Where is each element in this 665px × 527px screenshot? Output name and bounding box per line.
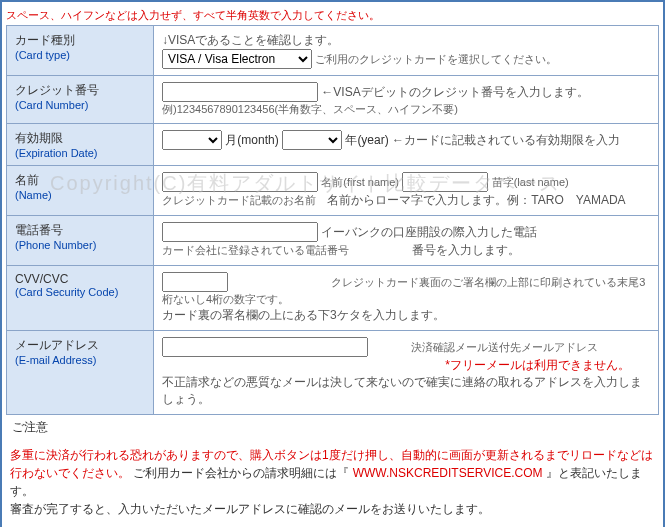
notice-line2a: ご利用カード会社からの請求明細には『 <box>133 466 352 480</box>
label-en: (Expiration Date) <box>15 147 145 159</box>
cvv-input[interactable] <box>162 272 228 292</box>
hint-email-right: 決済確認メール送付先メールアドレス <box>411 341 598 353</box>
label-en: (Name) <box>15 189 145 201</box>
anno-email: 不正請求などの悪質なメールは決して来ないので確実に連絡の取れるアドレスを入力しま… <box>162 374 650 408</box>
label-jp: カード種別 <box>15 32 145 49</box>
first-name-label: 名前(first name) <box>321 176 399 188</box>
last-name-label: 苗字(last name) <box>492 176 569 188</box>
card-type-hint: ご利用のクレジットカードを選択してください。 <box>315 53 557 65</box>
hint-phone: カード会社に登録されている電話番号 <box>162 244 349 256</box>
notice-label: ご注意 <box>6 415 659 440</box>
label-exp: 有効期限 (Expiration Date) <box>7 124 154 166</box>
anno-cvv: カード裏の署名欄の上にある下3ケタを入力します。 <box>162 307 650 324</box>
top-warning: スペース、ハイフンなどは入力せず、すべて半角英数で入力してください。 <box>6 6 659 25</box>
cell-card-type: ↓VISAであることを確認します。 VISA / Visa Electron ご… <box>154 26 659 76</box>
card-type-select[interactable]: VISA / Visa Electron <box>162 49 312 69</box>
label-jp: 有効期限 <box>15 130 145 147</box>
label-en: (Card Security Code) <box>15 286 145 298</box>
label-en: (Phone Number) <box>15 239 145 251</box>
card-number-input[interactable] <box>162 82 318 102</box>
form-table: カード種別 (Card type) ↓VISAであることを確認します。 VISA… <box>6 25 659 415</box>
cell-exp: 月(month) 年(year) ←カードに記載されている有効期限を入力 <box>154 124 659 166</box>
label-phone: 電話番号 (Phone Number) <box>7 216 154 266</box>
label-en: (E-mail Address) <box>15 354 145 366</box>
cell-card-number: ←VISAデビットのクレジット番号を入力します。 例)1234567890123… <box>154 76 659 124</box>
email-input[interactable] <box>162 337 368 357</box>
anno-phone1: イーバンクの口座開設の際入力した電話 <box>321 225 537 239</box>
label-card-type: カード種別 (Card type) <box>7 26 154 76</box>
last-name-input[interactable] <box>402 172 488 192</box>
notice-url: WWW.NSKCREDITSERVICE.COM <box>353 466 543 480</box>
first-name-input[interactable] <box>162 172 318 192</box>
hint-cvv-right: クレジットカード裏面のご署名欄の上部に印刷されている末尾3桁ないし4桁の数字です… <box>162 276 645 305</box>
hint-card-number: 例)1234567890123456(半角数字、スペース、ハイフン不要) <box>162 102 650 117</box>
label-jp: クレジット番号 <box>15 82 145 99</box>
label-jp: 電話番号 <box>15 222 145 239</box>
cell-name: 名前(first name) 苗字(last name) クレジットカード記載の… <box>154 166 659 216</box>
label-jp: CVV/CVC <box>15 272 145 286</box>
label-card-number: クレジット番号 (Card Number) <box>7 76 154 124</box>
cell-phone: イーバンクの口座開設の際入力した電話 カード会社に登録されている電話番号 番号を… <box>154 216 659 266</box>
label-en: (Card type) <box>15 49 145 61</box>
anno-phone2: 番号を入力します。 <box>412 243 520 257</box>
anno-card-number: ←VISAデビットのクレジット番号を入力します。 <box>321 85 588 99</box>
anno-name: 名前からローマ字で入力します。例：TARO YAMADA <box>327 193 625 207</box>
exp-month-select[interactable] <box>162 130 222 150</box>
label-en: (Card Number) <box>15 99 145 111</box>
notice-line3: 審査が完了すると、入力いただいたメールアドレスに確認のメールをお送りいたします。 <box>10 500 655 518</box>
anno-exp: ←カードに記載されている有効期限を入力 <box>392 133 620 147</box>
exp-month-label: 月(month) <box>225 133 278 147</box>
hint-name: クレジットカード記載のお名前 <box>162 194 316 206</box>
cell-cvv: クレジットカード裏面のご署名欄の上部に印刷されている末尾3桁ないし4桁の数字です… <box>154 266 659 331</box>
cell-email: 決済確認メール送付先メールアドレス *フリーメールは利用できません。 不正請求な… <box>154 331 659 415</box>
exp-year-select[interactable] <box>282 130 342 150</box>
label-cvv: CVV/CVC (Card Security Code) <box>7 266 154 331</box>
label-jp: メールアドレス <box>15 337 145 354</box>
label-jp: 名前 <box>15 172 145 189</box>
label-name: 名前 (Name) <box>7 166 154 216</box>
email-warn: *フリーメールは利用できません。 <box>162 357 650 374</box>
label-email: メールアドレス (E-mail Address) <box>7 331 154 415</box>
phone-input[interactable] <box>162 222 318 242</box>
anno-visa-check: ↓VISAであることを確認します。 <box>162 32 650 49</box>
exp-year-label: 年(year) <box>345 133 388 147</box>
notice-block: 多重に決済が行われる恐れがありますので、購入ボタンは1度だけ押し、自動的に画面が… <box>6 440 659 524</box>
